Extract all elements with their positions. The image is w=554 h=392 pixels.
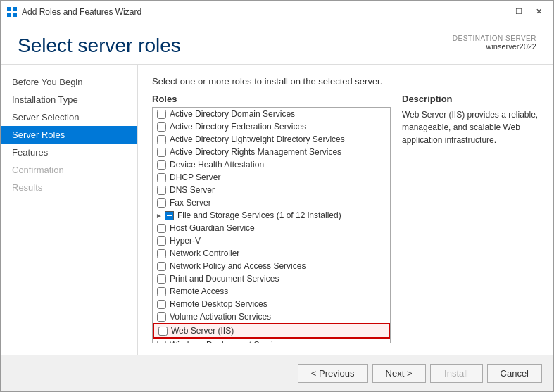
roles-label: Roles bbox=[152, 94, 391, 104]
role-item-dns: DNS Server bbox=[153, 184, 390, 196]
role-label-dns: DNS Server bbox=[170, 185, 386, 195]
svg-rect-3 bbox=[13, 13, 17, 17]
role-label-host-guardian: Host Guardian Service bbox=[170, 223, 386, 233]
close-button[interactable]: ✕ bbox=[529, 5, 548, 19]
role-checkbox-fax[interactable] bbox=[157, 198, 166, 208]
minimize-button[interactable]: – bbox=[490, 5, 508, 19]
role-label-ad-lightweight: Active Directory Lightweight Directory S… bbox=[170, 134, 386, 144]
role-label-ad-domain: Active Directory Domain Services bbox=[170, 109, 386, 119]
svg-rect-0 bbox=[7, 7, 11, 11]
role-label-remote-access: Remote Access bbox=[170, 286, 386, 296]
description-panel: Description Web Server (IIS) provides a … bbox=[402, 94, 539, 343]
wizard-window: Add Roles and Features Wizard – ☐ ✕ Sele… bbox=[0, 0, 554, 392]
app-icon bbox=[6, 6, 18, 18]
role-label-network-controller: Network Controller bbox=[170, 248, 386, 258]
role-item-ad-domain: Active Directory Domain Services bbox=[153, 108, 390, 120]
role-label-volume-activation: Volume Activation Services bbox=[170, 312, 386, 322]
role-checkbox-ad-domain[interactable] bbox=[157, 110, 166, 119]
role-checkbox-windows-deployment[interactable] bbox=[157, 341, 166, 344]
role-item-ad-federation: Active Directory Federation Services bbox=[153, 120, 390, 133]
role-label-web-server: Web Server (IIS) bbox=[171, 326, 384, 336]
cancel-button[interactable]: Cancel bbox=[487, 364, 542, 383]
svg-rect-2 bbox=[7, 13, 11, 17]
role-label-fax: Fax Server bbox=[170, 198, 386, 208]
role-checkbox-hyper-v[interactable] bbox=[157, 236, 166, 246]
role-label-device-health: Device Health Attestation bbox=[170, 160, 386, 170]
content-body: Roles Active Directory Domain Services A… bbox=[152, 94, 539, 343]
sidebar-item-results: Results bbox=[1, 179, 137, 196]
destination-server-info: DESTINATION SERVER winserver2022 bbox=[453, 34, 536, 51]
sidebar-item-installation-type[interactable]: Installation Type bbox=[1, 91, 137, 108]
role-label-remote-desktop: Remote Desktop Services bbox=[170, 299, 386, 309]
sidebar-item-confirmation: Confirmation bbox=[1, 161, 137, 179]
content-instruction: Select one or more roles to install on t… bbox=[152, 76, 539, 87]
sidebar-item-server-roles[interactable]: Server Roles bbox=[1, 126, 137, 144]
title-bar: Add Roles and Features Wizard – ☐ ✕ bbox=[1, 1, 553, 23]
role-item-host-guardian: Host Guardian Service bbox=[153, 222, 390, 234]
next-button[interactable]: Next > bbox=[372, 364, 426, 383]
role-label-file-storage: File and Storage Services (1 of 12 insta… bbox=[177, 210, 386, 220]
role-item-ad-rights: Active Directory Rights Management Servi… bbox=[153, 146, 390, 158]
role-label-dhcp: DHCP Server bbox=[170, 172, 386, 182]
role-item-print-document: Print and Document Services bbox=[153, 272, 390, 285]
title-bar-controls: – ☐ ✕ bbox=[490, 5, 548, 19]
role-label-network-policy: Network Policy and Access Services bbox=[170, 261, 386, 271]
role-checkbox-host-guardian[interactable] bbox=[157, 224, 166, 233]
role-checkbox-network-policy[interactable] bbox=[157, 262, 166, 271]
role-checkbox-print-document[interactable] bbox=[157, 274, 166, 284]
footer: < Previous Next > Install Cancel bbox=[1, 355, 553, 391]
description-label: Description bbox=[402, 94, 539, 104]
page-header: Select server roles DESTINATION SERVER w… bbox=[1, 23, 553, 65]
roles-panel: Roles Active Directory Domain Services A… bbox=[152, 94, 391, 343]
role-checkbox-file-storage[interactable] bbox=[165, 211, 174, 220]
role-label-print-document: Print and Document Services bbox=[170, 274, 386, 284]
role-label-ad-rights: Active Directory Rights Management Servi… bbox=[170, 147, 386, 157]
role-item-hyper-v: Hyper-V bbox=[153, 234, 390, 247]
page-title: Select server roles bbox=[18, 34, 181, 57]
description-text: Web Server (IIS) provides a reliable, ma… bbox=[402, 108, 539, 146]
role-item-fax: Fax Server bbox=[153, 196, 390, 209]
role-item-remote-desktop: Remote Desktop Services bbox=[153, 298, 390, 310]
role-item-remote-access: Remote Access bbox=[153, 285, 390, 298]
sidebar-item-before-you-begin[interactable]: Before You Begin bbox=[1, 73, 137, 91]
role-label-hyper-v: Hyper-V bbox=[170, 236, 386, 246]
title-bar-text: Add Roles and Features Wizard bbox=[22, 7, 490, 17]
sidebar: Before You Begin Installation Type Serve… bbox=[1, 65, 138, 355]
server-name: winserver2022 bbox=[453, 42, 536, 51]
role-checkbox-volume-activation[interactable] bbox=[157, 312, 166, 322]
body-area: Before You Begin Installation Type Serve… bbox=[1, 65, 553, 355]
expand-arrow-file-storage[interactable]: ► bbox=[156, 212, 163, 220]
install-button[interactable]: Install bbox=[430, 364, 483, 383]
roles-list[interactable]: Active Directory Domain Services Active … bbox=[152, 107, 391, 343]
role-checkbox-dhcp[interactable] bbox=[157, 173, 166, 182]
role-item-file-storage: ► File and Storage Services (1 of 12 ins… bbox=[153, 209, 390, 222]
role-checkbox-ad-federation[interactable] bbox=[157, 122, 166, 132]
role-item-ad-lightweight: Active Directory Lightweight Directory S… bbox=[153, 133, 390, 146]
maximize-button[interactable]: ☐ bbox=[510, 5, 528, 19]
role-checkbox-ad-lightweight[interactable] bbox=[157, 135, 166, 144]
role-item-volume-activation: Volume Activation Services bbox=[153, 310, 390, 323]
role-item-windows-deployment: Windows Deployment Services bbox=[153, 339, 390, 343]
destination-label: DESTINATION SERVER bbox=[453, 34, 536, 42]
sidebar-item-server-selection[interactable]: Server Selection bbox=[1, 108, 137, 126]
role-checkbox-dns[interactable] bbox=[157, 186, 166, 195]
role-item-network-policy: Network Policy and Access Services bbox=[153, 260, 390, 272]
role-item-device-health: Device Health Attestation bbox=[153, 158, 390, 171]
previous-button[interactable]: < Previous bbox=[298, 364, 368, 383]
svg-rect-1 bbox=[13, 7, 17, 11]
role-item-network-controller: Network Controller bbox=[153, 247, 390, 260]
role-item-web-server: Web Server (IIS) bbox=[153, 323, 390, 339]
role-checkbox-remote-desktop[interactable] bbox=[157, 300, 166, 309]
content-area: Select one or more roles to install on t… bbox=[138, 65, 553, 355]
role-checkbox-device-health[interactable] bbox=[157, 160, 166, 170]
sidebar-item-features[interactable]: Features bbox=[1, 144, 137, 161]
role-label-ad-federation: Active Directory Federation Services bbox=[170, 122, 386, 132]
role-checkbox-web-server[interactable] bbox=[158, 327, 168, 336]
role-label-windows-deployment: Windows Deployment Services bbox=[170, 340, 386, 343]
role-checkbox-ad-rights[interactable] bbox=[157, 148, 166, 157]
role-item-dhcp: DHCP Server bbox=[153, 171, 390, 184]
role-checkbox-network-controller[interactable] bbox=[157, 249, 166, 258]
role-checkbox-remote-access[interactable] bbox=[157, 287, 166, 296]
